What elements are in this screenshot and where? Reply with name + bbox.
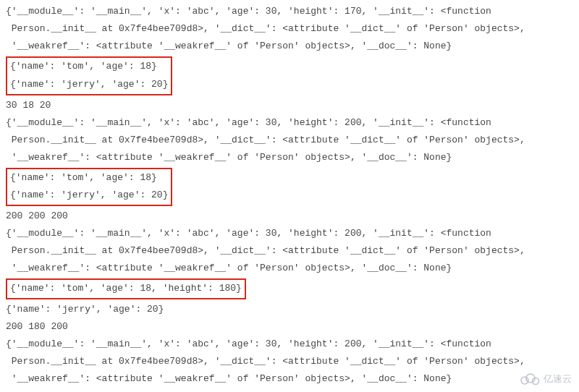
output-line: 30 18 20 <box>6 97 573 114</box>
output-line: Person.__init__ at 0x7fe4bee709d8>, '__d… <box>6 20 573 38</box>
output-line: Person.__init__ at 0x7fe4bee709d8>, '__d… <box>6 242 573 260</box>
output-line: {'__module__': '__main__', 'x': 'abc', '… <box>6 3 573 20</box>
output-line: {'name': 'tom', 'age': 18, 'height': 180… <box>10 280 242 298</box>
output-line: Person.__init__ at 0x7fe4bee709d8>, '__d… <box>6 353 573 370</box>
output-line: Person.__init__ at 0x7fe4bee709d8>, '__d… <box>6 132 573 149</box>
watermark: 亿速云 <box>519 370 572 388</box>
highlight-box: {'name': 'tom', 'age': 18} {'name': 'jer… <box>6 168 172 206</box>
output-line: {'name': 'jerry', 'age': 20} <box>10 187 168 205</box>
highlight-box: {'name': 'tom', 'age': 18, 'height': 180… <box>6 278 246 299</box>
output-line: {'__module__': '__main__', 'x': 'abc', '… <box>6 114 573 132</box>
output-line: '__weakref__': <attribute '__weakref__' … <box>6 38 573 55</box>
cloud-icon <box>519 372 541 385</box>
output-line: 200 200 200 <box>6 208 573 225</box>
highlight-box: {'name': 'tom', 'age': 18} {'name': 'jer… <box>6 56 172 95</box>
output-line: {'name': 'tom', 'age': 18} <box>10 169 168 187</box>
output-line: '__weakref__': <attribute '__weakref__' … <box>6 260 573 277</box>
output-line: 200 180 200 <box>6 318 573 336</box>
output-line: {'__module__': '__main__', 'x': 'abc', '… <box>6 336 573 353</box>
output-line: '__weakref__': <attribute '__weakref__' … <box>6 149 573 166</box>
output-line: '__weakref__': <attribute '__weakref__' … <box>6 370 573 388</box>
watermark-text: 亿速云 <box>544 370 572 388</box>
output-line: {'name': 'jerry', 'age': 20} <box>10 76 168 94</box>
output-line: {'name': 'jerry', 'age': 20} <box>6 301 573 318</box>
output-line: {'name': 'tom', 'age': 18, 'height': 180… <box>6 388 573 392</box>
output-line: {'name': 'tom', 'age': 18} <box>10 58 168 76</box>
output-line: {'__module__': '__main__', 'x': 'abc', '… <box>6 225 573 242</box>
